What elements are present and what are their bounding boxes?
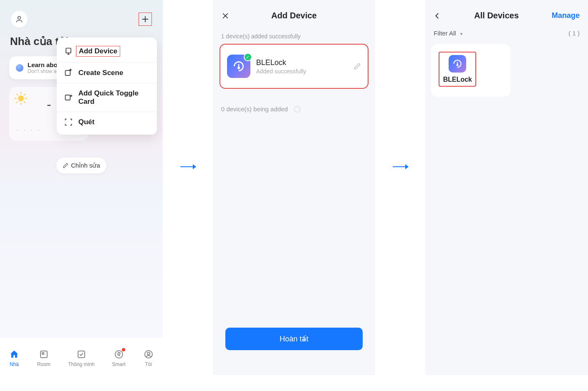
device-count: ( 1 )	[568, 30, 580, 37]
check-badge-icon: ✓	[244, 53, 252, 61]
done-label: Hoàn tất	[280, 334, 308, 343]
menu-scan[interactable]: Quét	[57, 112, 157, 132]
tab-smart[interactable]: Smart	[112, 349, 126, 367]
all-devices-header: All Devices Manage	[425, 0, 588, 25]
svg-point-21	[238, 67, 239, 68]
flow-arrow-1	[179, 163, 196, 171]
svg-rect-14	[78, 351, 85, 358]
filter-dropdown[interactable]: Filter All ▼	[434, 30, 463, 37]
tile-highlight: BLELock	[439, 52, 476, 87]
flow-arrow-2	[392, 163, 409, 171]
tab-me[interactable]: Tôi	[143, 349, 154, 367]
person-icon	[15, 15, 23, 23]
chevron-left-icon	[434, 12, 441, 20]
tab-label: Smart	[112, 361, 126, 367]
add-device-screen: Add Device 1 device(s) added successfull…	[213, 0, 376, 375]
device-icon	[64, 47, 73, 55]
toggle-icon	[64, 93, 73, 102]
room-icon	[38, 349, 49, 360]
tile-device-name: BLELock	[442, 76, 473, 83]
scene-icon	[64, 69, 73, 77]
menu-label: Quét	[78, 118, 95, 126]
device-row[interactable]: ✓ BLELock Added successfully	[220, 44, 369, 89]
manage-button[interactable]: Manage	[552, 11, 580, 20]
device-status: Added successfully	[256, 68, 306, 75]
pencil-icon	[63, 163, 68, 168]
add-device-title: Add Device	[271, 11, 317, 20]
svg-point-17	[147, 352, 150, 355]
svg-rect-3	[66, 48, 71, 53]
weather-sub: - - - -	[17, 127, 41, 133]
lock-app-icon: ✓	[227, 55, 250, 78]
avatar-button[interactable]	[11, 11, 28, 28]
menu-label: Add Device	[76, 46, 121, 57]
tab-label: Thông minh	[68, 361, 94, 367]
tabbar: Nhà Room Thông minh Smart Tôi	[0, 338, 163, 375]
close-icon	[221, 12, 230, 20]
all-devices-title: All Devices	[474, 11, 519, 20]
edit-button[interactable]: Chỉnh sửa	[56, 158, 106, 173]
svg-point-0	[18, 16, 21, 19]
pencil-icon	[353, 63, 361, 70]
done-button[interactable]: Hoàn tất	[225, 328, 363, 350]
me-icon	[143, 349, 154, 360]
svg-rect-9	[65, 95, 70, 100]
lock-app-icon	[449, 55, 466, 73]
spinner-icon	[294, 106, 300, 113]
edit-label: Chỉnh sửa	[71, 162, 100, 169]
add-device-header: Add Device	[213, 0, 376, 25]
close-button[interactable]	[221, 12, 230, 20]
compass-icon	[114, 349, 124, 360]
svg-rect-13	[42, 353, 44, 354]
tab-home[interactable]: Nhà	[9, 349, 20, 367]
home-icon	[9, 349, 20, 360]
filter-label: Filter All	[434, 30, 456, 37]
filter-row: Filter All ▼ ( 1 )	[425, 25, 588, 42]
device-name: BLELock	[256, 58, 306, 67]
all-devices-screen: All Devices Manage Filter All ▼ ( 1 ) BL…	[425, 0, 588, 375]
sun-icon	[15, 93, 27, 104]
svg-point-15	[115, 351, 123, 358]
tab-label: Room	[37, 361, 50, 367]
home-topbar	[0, 0, 163, 28]
add-menu: Add Device Create Scene Add Quick Toggle…	[57, 38, 157, 135]
svg-point-23	[457, 65, 458, 66]
menu-add-device[interactable]: Add Device	[57, 40, 157, 63]
notification-dot	[122, 348, 125, 351]
tab-label: Tôi	[145, 361, 152, 367]
add-button[interactable]	[139, 13, 152, 26]
tab-smart-vn[interactable]: Thông minh	[68, 349, 94, 367]
svg-rect-6	[65, 70, 70, 75]
added-count: 1 device(s) added successfully	[213, 25, 376, 44]
menu-add-quick-toggle[interactable]: Add Quick Toggle Card	[57, 83, 157, 112]
chevron-down-icon: ▼	[459, 32, 464, 36]
menu-label: Add Quick Toggle Card	[78, 89, 149, 106]
menu-create-scene[interactable]: Create Scene	[57, 63, 157, 83]
tab-room[interactable]: Room	[37, 349, 50, 367]
bulb-icon	[16, 64, 23, 72]
menu-label: Create Scene	[78, 69, 124, 77]
being-added-row: 0 device(s) being added	[213, 89, 376, 129]
check-icon	[76, 349, 87, 360]
tab-label: Nhà	[10, 361, 19, 367]
back-button[interactable]	[434, 12, 441, 20]
device-tile[interactable]: BLELock	[431, 44, 510, 97]
rename-button[interactable]	[353, 63, 361, 70]
plus-icon	[141, 15, 150, 24]
scan-icon	[64, 118, 73, 126]
being-added-text: 0 device(s) being added	[221, 105, 288, 113]
home-screen: Nhà của tôi … Learn about th Don't show …	[0, 0, 163, 375]
